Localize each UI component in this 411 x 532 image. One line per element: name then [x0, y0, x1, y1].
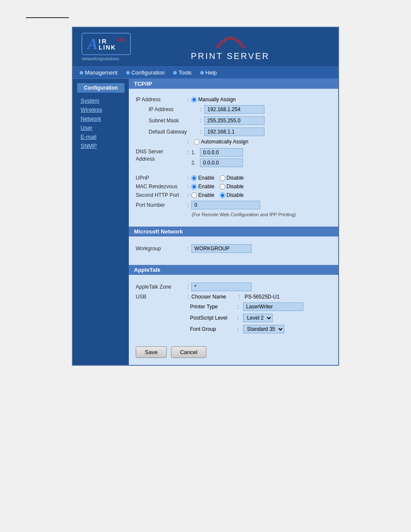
printer-type-row: Printer Type :	[136, 302, 331, 311]
mac-enable-radio[interactable]	[191, 184, 197, 190]
nav-help[interactable]: Help	[200, 69, 217, 76]
nav-dot-configuration	[126, 71, 130, 75]
printer-type-input[interactable]	[243, 302, 303, 311]
http-disable-label: Disable	[227, 192, 244, 198]
nav-tools[interactable]: Tools	[173, 69, 191, 76]
appletalk-zone-input[interactable]	[191, 283, 252, 291]
mac-rendezvous-group: Enable Disable	[191, 184, 243, 190]
arc-logo	[213, 33, 248, 50]
mac-enable-label: Enable	[198, 184, 214, 190]
ip-address-label: IP Address	[136, 96, 187, 103]
font-group-row: Font Group : Standard 35 Standard 70	[136, 325, 331, 333]
mac-disable-radio[interactable]	[220, 184, 225, 190]
ip-fields-indent: IP Address : Subnet Mask : Default Gatew…	[136, 105, 331, 136]
font-group-select[interactable]: Standard 35 Standard 70	[243, 325, 284, 333]
ip-address-row: IP Address : Manually Assign	[136, 96, 331, 103]
mac-disable-label: Disable	[227, 184, 244, 190]
sidebar-item-email[interactable]: E-mail	[77, 132, 125, 141]
dns-fields: 1. 2.	[191, 148, 243, 169]
bottom-buttons: Save Cancel	[129, 339, 338, 365]
upnp-label: UPnP	[136, 175, 187, 181]
nav-dot-tools	[173, 71, 177, 75]
dns1-num: 1.	[191, 149, 200, 156]
http-enable[interactable]: Enable	[191, 192, 214, 198]
appletalk-zone-row: AppleTalk Zone :	[136, 283, 331, 291]
auto-assign-row: : Automatically Assign	[136, 139, 331, 145]
app-title: Print Server	[131, 51, 330, 61]
port-number-label: Port Number	[136, 202, 187, 208]
default-gateway-input[interactable]	[204, 128, 265, 136]
http-enable-radio[interactable]	[191, 193, 197, 198]
dns2-input[interactable]	[200, 159, 243, 167]
manually-assign-option[interactable]: Manually Assign	[191, 96, 236, 103]
nav-management[interactable]: Management	[80, 69, 118, 76]
font-group-label: Font Group	[190, 326, 237, 332]
postscript-row: PostScript Level : Level 1 Level 2 Level…	[136, 314, 331, 322]
nav-dot-management	[80, 71, 83, 75]
upnp-enable-label: Enable	[198, 175, 214, 181]
upnp-disable-radio[interactable]	[220, 175, 225, 181]
app-title-area: Print Server	[131, 33, 330, 61]
ip-address-input[interactable]	[204, 105, 265, 114]
cancel-button[interactable]: Cancel	[171, 346, 206, 358]
sidebar-item-user[interactable]: User	[77, 123, 125, 132]
chooser-name-label: Chooser Name	[191, 294, 239, 300]
content-area: Configuration System Wireless Network Us…	[73, 79, 338, 365]
default-gateway-label: Default Gateway	[149, 129, 200, 135]
save-button[interactable]: Save	[136, 346, 167, 358]
subnet-mask-input[interactable]	[204, 116, 265, 125]
main-panel: TCP/IP IP Address : Manually Assign	[129, 79, 338, 365]
tcpip-section-header: TCP/IP	[129, 79, 338, 89]
workgroup-row: Workgroup :	[136, 244, 331, 253]
upnp-enable-radio[interactable]	[191, 175, 197, 181]
navbar: Management Configuration Tools Help	[73, 67, 338, 79]
usb-chooser-row: USB : Chooser Name : PS-56525D-U1	[136, 294, 331, 300]
ip-addr-sub-label: IP Address	[149, 106, 200, 112]
http-disable[interactable]: Disable	[220, 192, 244, 198]
auto-assign-label: Automatically Assign	[201, 139, 248, 145]
upnp-disable-label: Disable	[227, 175, 244, 181]
upnp-disable[interactable]: Disable	[220, 175, 244, 181]
mac-enable[interactable]: Enable	[191, 184, 214, 190]
dns2-row: 2.	[191, 159, 243, 167]
appletalk-zone-label: AppleTalk Zone	[136, 284, 187, 290]
dns-label: DNS ServerAddress	[136, 148, 187, 163]
auto-assign-radio[interactable]	[194, 139, 199, 145]
http-disable-radio[interactable]	[220, 193, 225, 198]
workgroup-label: Workgroup	[136, 246, 187, 252]
sidebar-item-wireless[interactable]: Wireless	[77, 105, 125, 114]
printer-type-sublabel: Printer Type	[190, 304, 237, 310]
port-number-input[interactable]	[191, 201, 260, 209]
default-gateway-row: Default Gateway :	[149, 128, 331, 136]
upnp-enable[interactable]: Enable	[191, 175, 214, 181]
port-number-row: Port Number :	[136, 201, 331, 209]
upnp-row: UPnP : Enable Disable	[136, 175, 331, 181]
chooser-name-value: PS-56525D-U1	[245, 294, 280, 300]
sidebar-item-snmp[interactable]: SNMP	[77, 141, 125, 150]
http-port-group: Enable Disable	[191, 192, 243, 198]
mac-disable[interactable]: Disable	[220, 184, 244, 190]
http-enable-label: Enable	[198, 192, 214, 198]
sidebar-item-system[interactable]: System	[77, 96, 125, 105]
port-note: (For Remote Web Configuration and IPP Pr…	[136, 212, 331, 217]
logo-subtitle: networkingsolutions	[81, 56, 119, 61]
ms-network-form: Workgroup :	[129, 241, 338, 259]
nav-configuration-label: Configuration	[131, 69, 165, 76]
postscript-select[interactable]: Level 1 Level 2 Level 3	[243, 314, 273, 322]
logo-area: A IR LINK 101 networkingsolutions	[81, 33, 131, 61]
http-port-row: Second HTTP Port : Enable Disable	[136, 192, 331, 198]
tcpip-form: IP Address : Manually Assign IP Addres	[129, 93, 338, 221]
top-divider	[26, 17, 69, 18]
usb-label: USB	[136, 294, 187, 300]
nav-help-label: Help	[206, 69, 217, 76]
manually-assign-radio[interactable]	[191, 97, 197, 103]
sidebar-item-network[interactable]: Network	[77, 114, 125, 123]
ms-network-section-header: Microsoft Network	[129, 227, 338, 236]
auto-assign-option[interactable]: Automatically Assign	[194, 139, 248, 145]
nav-configuration[interactable]: Configuration	[126, 69, 165, 76]
workgroup-input[interactable]	[191, 244, 252, 253]
upnp-group: Enable Disable	[191, 175, 243, 181]
dns1-input[interactable]	[200, 148, 243, 157]
dns1-row: 1.	[191, 148, 243, 157]
sidebar: Configuration System Wireless Network Us…	[73, 79, 129, 365]
